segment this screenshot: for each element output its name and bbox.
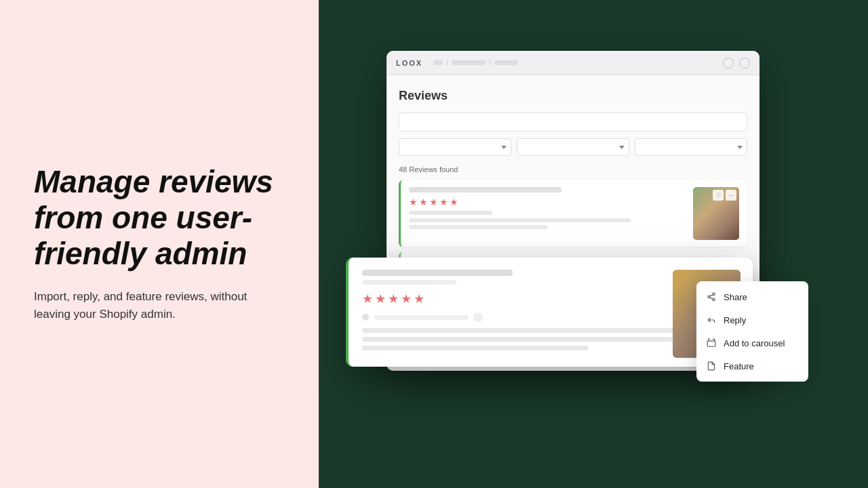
sub-text: Import, reply, and feature reviews, with…: [34, 288, 285, 324]
feature-icon: [706, 361, 717, 371]
dropdown-arrow-3: [737, 146, 743, 149]
search-bar[interactable]: [399, 113, 747, 131]
menu-item-carousel[interactable]: Add to carousel: [696, 331, 808, 354]
fc-text-line-3: [362, 346, 589, 350]
filter-row: [399, 138, 747, 156]
menu-item-feature[interactable]: Feature: [696, 354, 808, 378]
bc-seg1: [452, 60, 486, 65]
feature-label: Feature: [724, 361, 754, 371]
review-meta-bar-1: [409, 211, 492, 215]
filter-dropdown-2[interactable]: [517, 138, 629, 156]
fc-star-4: ★: [401, 291, 412, 306]
bc-sep1: /: [446, 59, 448, 66]
heart-icon-1[interactable]: ♡: [713, 190, 724, 201]
menu-item-share[interactable]: Share: [696, 285, 808, 308]
review-image-1: ♡ ⋯: [693, 187, 739, 240]
browser-toolbar: LOOX / /: [387, 51, 760, 75]
fc-text-line-2: [362, 337, 701, 342]
bc-sep2: /: [489, 59, 491, 66]
fc-star-1: ★: [362, 291, 373, 306]
star5: ★: [450, 197, 458, 207]
context-menu: Share Reply Add to carousel: [696, 281, 808, 382]
fc-star-2: ★: [375, 291, 386, 306]
bc-seg2: [494, 60, 518, 65]
browser-action-icons: [723, 58, 750, 68]
reviews-page-title: Reviews: [399, 89, 747, 103]
filter-dropdown-1[interactable]: [399, 138, 511, 156]
floating-review-card: ★ ★ ★ ★ ★: [346, 258, 753, 367]
dropdown-arrow-2: [619, 146, 625, 149]
svg-line-4: [710, 295, 713, 296]
carousel-icon: [706, 338, 717, 348]
review-item-1[interactable]: ★ ★ ★ ★ ★ ♡ ⋯: [399, 180, 747, 247]
review-left-1: ★ ★ ★ ★ ★: [409, 187, 686, 240]
more-icon-1[interactable]: ⋯: [726, 190, 736, 201]
svg-line-3: [710, 298, 713, 299]
reply-label: Reply: [724, 315, 746, 325]
reviewer-name-bar-1: [409, 187, 561, 192]
star4: ★: [439, 197, 448, 207]
main-heading: Manage reviews from one user-friendly ad…: [34, 164, 285, 272]
reply-icon: [706, 314, 717, 325]
stars-1: ★ ★ ★ ★ ★: [409, 197, 686, 207]
loox-logo: LOOX: [396, 59, 422, 67]
fc-star-3: ★: [388, 291, 399, 306]
menu-item-reply[interactable]: Reply: [696, 308, 808, 331]
bc-home-icon: [433, 60, 443, 65]
svg-rect-5: [707, 341, 715, 346]
fc-verified-bar: [374, 315, 469, 320]
help-icon[interactable]: [723, 58, 734, 68]
image-overlay-icons-1: ♡ ⋯: [713, 190, 736, 201]
share-label: Share: [724, 292, 747, 302]
reviews-count: 48 Reviews found: [399, 165, 747, 174]
profile-icon[interactable]: [739, 58, 750, 68]
carousel-label: Add to carousel: [724, 338, 785, 348]
fc-meta-bar: [362, 280, 456, 285]
right-panel: LOOX / / Reviews: [319, 0, 868, 488]
review-text-bar-1a: [409, 218, 631, 222]
breadcrumb: / /: [433, 59, 716, 66]
left-panel: Manage reviews from one user-friendly ad…: [0, 0, 319, 488]
share-icon: [706, 291, 717, 302]
fc-check-icon: [362, 314, 369, 321]
fc-heart-icon: [474, 313, 482, 321]
fc-name-bar: [362, 270, 513, 276]
review-text-bar-1b: [409, 225, 548, 229]
filter-dropdown-3[interactable]: [635, 138, 747, 156]
star2: ★: [419, 197, 428, 207]
dropdown-arrow-1: [501, 146, 507, 149]
star1: ★: [409, 197, 418, 207]
fc-star-5: ★: [414, 291, 425, 306]
star3: ★: [429, 197, 438, 207]
